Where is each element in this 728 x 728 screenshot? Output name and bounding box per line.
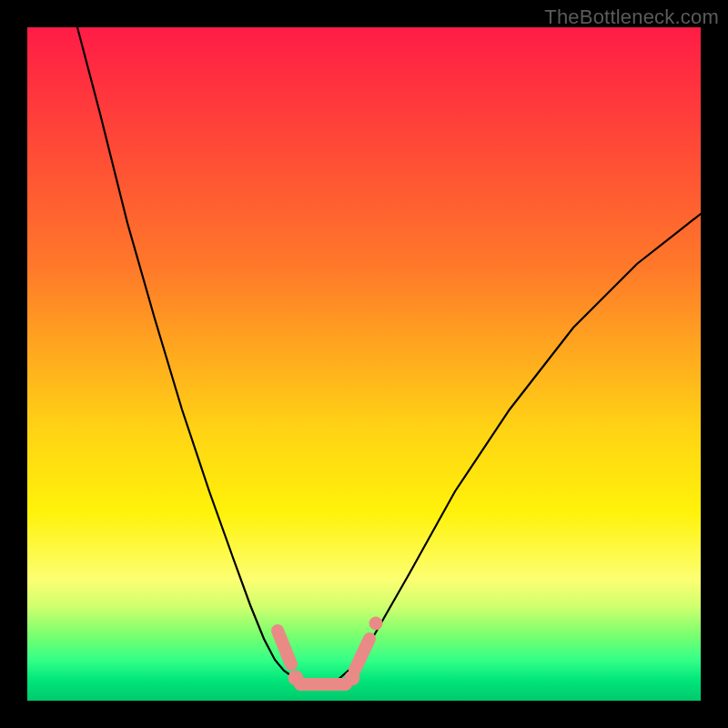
- chart-frame: TheBottleneck.com: [0, 0, 728, 728]
- beads-group: [278, 617, 382, 685]
- bead-dot: [369, 617, 382, 630]
- bead-segment: [355, 639, 369, 670]
- curve-left: [77, 27, 300, 681]
- watermark-text: TheBottleneck.com: [544, 5, 719, 29]
- chart-svg: [27, 27, 701, 701]
- bead-segment: [278, 631, 291, 664]
- curve-right: [337, 214, 701, 681]
- plot-area: [27, 27, 701, 701]
